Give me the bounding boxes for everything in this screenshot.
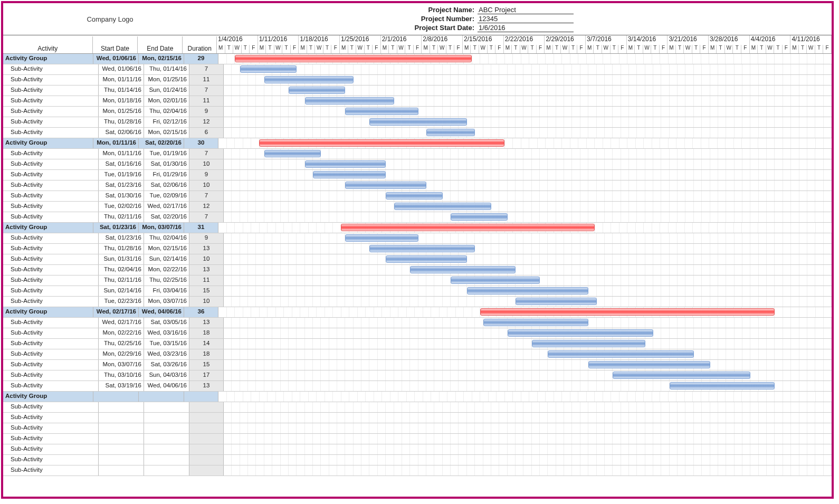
activity-name[interactable]: Sub-Activity: [3, 159, 99, 169]
task-bar[interactable]: [313, 171, 386, 178]
task-bar[interactable]: [240, 65, 297, 73]
duration[interactable]: 9: [189, 107, 224, 117]
activity-name[interactable]: Sub-Activity: [3, 360, 99, 370]
sub-activity-row[interactable]: Sub-ActivityThu, 02/04/16Mon, 02/22/1613: [3, 265, 832, 275]
activity-name[interactable]: Sub-Activity: [3, 233, 99, 243]
task-bar[interactable]: [345, 234, 418, 242]
task-bar[interactable]: [394, 203, 491, 210]
task-bar[interactable]: [345, 108, 418, 115]
start-date[interactable]: Mon, 01/11/16: [99, 75, 144, 85]
duration[interactable]: 12: [189, 202, 224, 212]
activity-name[interactable]: Sub-Activity: [3, 180, 99, 191]
sub-activity-row[interactable]: Sub-ActivitySat, 01/16/16Sat, 01/30/1610: [3, 159, 832, 170]
start-date[interactable]: [99, 465, 144, 476]
task-bar[interactable]: [345, 182, 426, 189]
duration[interactable]: 6: [189, 128, 224, 138]
end-date[interactable]: Mon, 02/01/16: [144, 96, 189, 106]
task-bar[interactable]: [369, 118, 466, 126]
task-bar[interactable]: [588, 361, 710, 368]
start-date[interactable]: Sat, 01/23/16: [99, 180, 144, 191]
end-date[interactable]: Wed, 03/16/16: [144, 328, 189, 338]
task-bar[interactable]: [305, 97, 394, 104]
sub-activity-row[interactable]: Sub-ActivityMon, 03/07/16Sat, 03/26/1615: [3, 360, 832, 370]
project-name-value[interactable]: ABC Project: [478, 6, 574, 14]
start-date[interactable]: Sat, 01/16/16: [99, 159, 144, 169]
end-date[interactable]: Tue, 03/15/16: [144, 339, 189, 349]
sub-activity-row[interactable]: Sub-ActivityThu, 02/11/16Sat, 02/20/167: [3, 212, 832, 223]
task-bar[interactable]: [516, 298, 597, 305]
sub-activity-row[interactable]: Sub-ActivityMon, 02/22/16Wed, 03/16/1618: [3, 328, 832, 339]
start-date[interactable]: Mon, 01/11/16: [93, 138, 139, 148]
start-date[interactable]: Thu, 02/04/16: [99, 265, 144, 275]
sub-activity-row[interactable]: Sub-ActivityMon, 01/11/16Tue, 01/19/167: [3, 149, 832, 159]
activity-name[interactable]: Sub-Activity: [3, 339, 99, 349]
duration[interactable]: 13: [189, 318, 224, 328]
col-start[interactable]: Start Date: [93, 36, 138, 53]
duration[interactable]: 7: [189, 64, 224, 74]
activity-name[interactable]: Sub-Activity: [3, 117, 99, 127]
start-date[interactable]: Sat, 03/19/16: [99, 381, 144, 391]
duration[interactable]: 13: [189, 265, 224, 275]
start-date[interactable]: Wed, 01/06/16: [93, 54, 139, 64]
task-bar[interactable]: [613, 372, 750, 379]
end-date[interactable]: Wed, 04/06/16: [144, 381, 189, 391]
task-bar[interactable]: [369, 245, 475, 252]
end-date[interactable]: Wed, 02/17/16: [144, 202, 189, 212]
end-date[interactable]: [144, 423, 189, 433]
duration[interactable]: 11: [189, 75, 224, 85]
end-date[interactable]: Thu, 02/25/16: [144, 275, 189, 286]
duration[interactable]: 30: [184, 138, 218, 148]
duration[interactable]: 11: [189, 96, 224, 106]
start-date[interactable]: Wed, 02/17/16: [93, 307, 139, 317]
start-date[interactable]: Mon, 01/25/16: [99, 107, 144, 117]
start-date[interactable]: Thu, 02/11/16: [99, 212, 144, 222]
task-bar[interactable]: [264, 76, 354, 83]
duration[interactable]: 18: [189, 349, 224, 359]
duration[interactable]: [189, 423, 224, 433]
activity-name[interactable]: Sub-Activity: [3, 286, 99, 296]
end-date[interactable]: Sat, 02/20/16: [144, 212, 189, 222]
end-date[interactable]: [139, 392, 184, 402]
duration[interactable]: [189, 465, 224, 476]
start-date[interactable]: Sat, 01/23/16: [99, 233, 144, 243]
end-date[interactable]: Sun, 04/03/16: [144, 370, 189, 381]
start-date[interactable]: Mon, 01/18/16: [99, 96, 144, 106]
end-date[interactable]: Mon, 03/07/16: [139, 223, 184, 233]
duration[interactable]: 10: [189, 159, 224, 169]
activity-name[interactable]: Sub-Activity: [3, 191, 99, 201]
sub-activity-row[interactable]: Sub-ActivityMon, 01/11/16Mon, 01/25/1611: [3, 75, 832, 85]
start-date[interactable]: [99, 423, 144, 433]
start-date[interactable]: Thu, 01/28/16: [99, 244, 144, 254]
start-date[interactable]: Wed, 02/17/16: [99, 318, 144, 328]
activity-group-row[interactable]: Activity GroupWed, 02/17/16Wed, 04/06/16…: [3, 307, 832, 318]
start-date[interactable]: Mon, 02/22/16: [99, 328, 144, 338]
sub-activity-row[interactable]: Sub-ActivityTue, 02/02/16Wed, 02/17/1612: [3, 202, 832, 212]
task-bar[interactable]: [670, 382, 775, 389]
sub-activity-row[interactable]: Sub-ActivityThu, 03/10/16Sun, 04/03/1617: [3, 370, 832, 381]
duration[interactable]: [189, 434, 224, 444]
activity-name[interactable]: Sub-Activity: [3, 381, 99, 391]
start-date[interactable]: [99, 434, 144, 444]
activity-name[interactable]: Sub-Activity: [3, 244, 99, 254]
activity-name[interactable]: Sub-Activity: [3, 107, 99, 117]
activity-name[interactable]: Activity Group: [3, 307, 93, 317]
activity-name[interactable]: Sub-Activity: [3, 297, 99, 307]
activity-group-row[interactable]: Activity GroupSat, 01/23/16Mon, 03/07/16…: [3, 223, 832, 233]
sub-activity-row[interactable]: Sub-ActivityMon, 01/25/16Thu, 02/04/169: [3, 107, 832, 117]
sub-activity-row[interactable]: Sub-ActivityTue, 01/19/16Fri, 01/29/169: [3, 170, 832, 180]
duration[interactable]: 14: [189, 339, 224, 349]
task-bar[interactable]: [289, 87, 346, 94]
start-date[interactable]: Sun, 01/31/16: [99, 254, 144, 264]
duration[interactable]: 9: [189, 170, 224, 180]
task-bar[interactable]: [508, 329, 653, 337]
task-bar[interactable]: [532, 340, 645, 347]
sub-activity-row[interactable]: Sub-ActivitySat, 02/06/16Mon, 02/15/166: [3, 128, 832, 138]
sub-activity-row[interactable]: Sub-ActivityThu, 01/28/16Mon, 02/15/1613: [3, 244, 832, 254]
group-bar[interactable]: [259, 139, 504, 147]
task-bar[interactable]: [451, 213, 508, 221]
activity-name[interactable]: Sub-Activity: [3, 465, 99, 476]
duration[interactable]: 10: [189, 297, 224, 307]
activity-name[interactable]: Sub-Activity: [3, 444, 99, 454]
sub-activity-row[interactable]: Sub-ActivitySat, 01/30/16Tue, 02/09/167: [3, 191, 832, 202]
end-date[interactable]: [144, 402, 189, 412]
